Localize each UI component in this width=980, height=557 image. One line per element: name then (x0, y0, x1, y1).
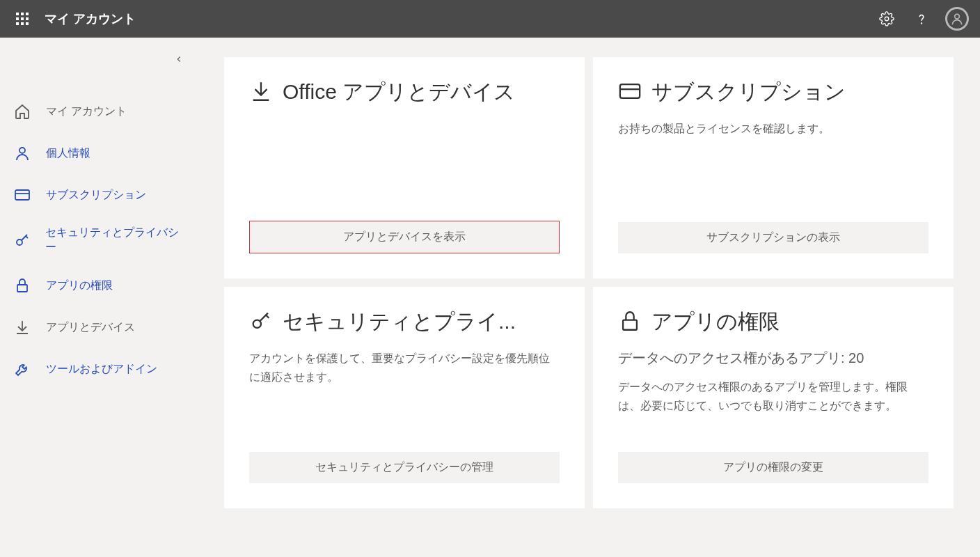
header-right (876, 7, 969, 31)
svg-rect-20 (623, 320, 637, 329)
sidebar: マイ アカウント 個人情報 サブスクリプション セキュリティとプライバシー (0, 38, 198, 557)
manage-security-button[interactable]: セキュリティとプライバシーの管理 (249, 452, 560, 483)
svg-rect-7 (21, 22, 24, 25)
card-subscription: サブスクリプション お持ちの製品とライセンスを確認します。 サブスクリプションの… (593, 57, 954, 278)
sidebar-item-label: アプリの権限 (46, 278, 113, 293)
card-icon (618, 79, 642, 106)
svg-rect-8 (26, 22, 29, 25)
svg-rect-1 (21, 13, 24, 15)
wrench-icon (11, 361, 33, 377)
person-icon (11, 145, 33, 162)
sidebar-item-label: セキュリティとプライバシー (45, 226, 187, 255)
svg-rect-6 (16, 22, 19, 25)
access-count: データへのアクセス権があるアプリ: 20 (618, 349, 928, 368)
settings-icon[interactable] (876, 8, 898, 30)
key-icon (249, 309, 273, 336)
help-icon[interactable] (910, 8, 933, 30)
avatar[interactable] (945, 7, 969, 31)
sidebar-item-label: アプリとデバイス (46, 320, 135, 335)
svg-point-19 (253, 320, 261, 327)
sidebar-item-label: サブスクリプション (46, 188, 146, 203)
download-icon (11, 319, 33, 336)
svg-rect-13 (15, 190, 29, 200)
sidebar-item-app-permissions[interactable]: アプリの権限 (0, 265, 198, 306)
card-title: アプリの権限 (651, 308, 780, 336)
svg-rect-16 (17, 285, 27, 292)
header-title: マイ アカウント (45, 10, 876, 27)
content: Office アプリとデバイス アプリとデバイスを表示 サブスクリプション お持… (198, 38, 980, 557)
sidebar-item-apps-devices[interactable]: アプリとデバイス (0, 306, 198, 348)
svg-rect-5 (26, 17, 29, 20)
sidebar-item-security[interactable]: セキュリティとプライバシー (0, 216, 198, 265)
sidebar-item-personal-info[interactable]: 個人情報 (0, 132, 198, 174)
card-security: セキュリティとプライ... アカウントを保護して、重要なプライバシー設定を優先順… (224, 287, 585, 508)
card-desc: データへのアクセス権限のあるアプリを管理します。権限は、必要に応じて、いつでも取… (618, 377, 928, 415)
card-permissions: アプリの権限 データへのアクセス権があるアプリ: 20 データへのアクセス権限の… (593, 287, 954, 508)
app-launcher-icon[interactable] (11, 8, 33, 30)
card-icon (11, 187, 33, 203)
sidebar-item-label: ツールおよびアドイン (46, 362, 157, 377)
sidebar-item-tools-addins[interactable]: ツールおよびアドイン (0, 348, 198, 390)
change-permissions-button[interactable]: アプリの権限の変更 (618, 452, 928, 483)
sidebar-item-my-account[interactable]: マイ アカウント (0, 91, 198, 132)
view-subscription-button[interactable]: サブスクリプションの表示 (618, 222, 928, 253)
svg-rect-17 (620, 84, 640, 98)
key-icon (11, 232, 33, 249)
svg-point-12 (19, 148, 25, 153)
card-office-apps: Office アプリとデバイス アプリとデバイスを表示 (224, 57, 585, 278)
svg-rect-2 (26, 13, 29, 15)
card-title: セキュリティとプライ... (283, 308, 516, 336)
sidebar-item-label: 個人情報 (46, 146, 90, 161)
svg-rect-4 (21, 17, 24, 20)
collapse-sidebar-icon[interactable] (174, 54, 184, 67)
home-icon (11, 103, 33, 120)
view-apps-devices-button[interactable]: アプリとデバイスを表示 (249, 221, 560, 253)
lock-icon (618, 309, 642, 336)
card-desc: お持ちの製品とライセンスを確認します。 (618, 119, 928, 138)
svg-point-15 (17, 240, 22, 245)
lock-icon (11, 277, 33, 294)
svg-rect-0 (16, 13, 19, 15)
card-title: サブスクリプション (651, 78, 846, 107)
svg-rect-3 (16, 17, 19, 20)
svg-point-11 (955, 14, 960, 19)
sidebar-item-label: マイ アカウント (46, 104, 127, 119)
card-desc: アカウントを保護して、重要なプライバシー設定を優先順位に適応させます。 (249, 349, 560, 386)
download-icon (249, 79, 273, 106)
card-title: Office アプリとデバイス (283, 78, 515, 107)
sidebar-item-subscriptions[interactable]: サブスクリプション (0, 174, 198, 216)
svg-point-10 (922, 23, 922, 24)
header: マイ アカウント (0, 0, 980, 38)
svg-point-9 (885, 17, 889, 21)
